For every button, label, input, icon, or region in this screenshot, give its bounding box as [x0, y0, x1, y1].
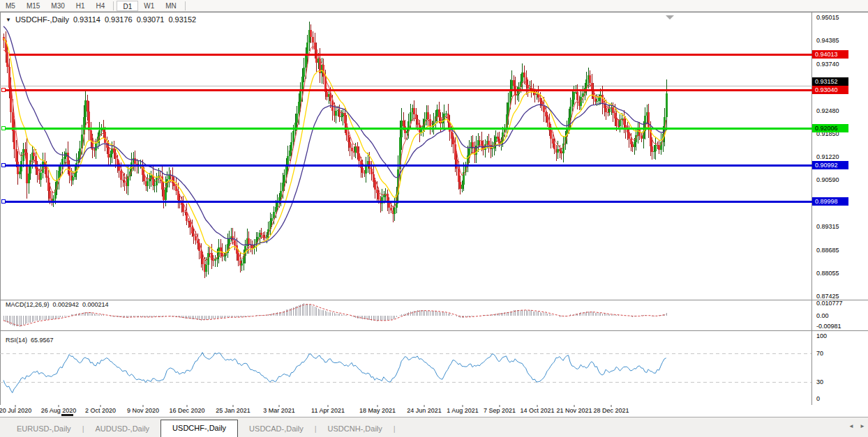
date-label: 7 Sep 2021	[484, 407, 516, 414]
rsi-label: RSI(14) 65.9567	[6, 337, 54, 344]
scroll-tabs-right-icon[interactable]: ►	[860, 423, 865, 429]
price-tick: 0.91220	[816, 153, 865, 160]
macd-value: 0.002942	[53, 301, 80, 308]
toolbar-separator	[113, 1, 114, 10]
timeframe-toolbar: M5M15M30H1H4D1W1MN	[0, 0, 868, 12]
timeframe-button-w1[interactable]: W1	[138, 1, 160, 11]
current-price-badge: 0.93152	[812, 77, 848, 86]
rsi-scale-tick: 30	[816, 378, 865, 385]
mt4-window: M5M15M30H1H4D1W1MN ▼ USDCHF-,Daily 0.931…	[0, 0, 868, 437]
timeframe-button-d1[interactable]: D1	[117, 1, 138, 11]
price-tick: 0.88685	[816, 247, 865, 254]
macd-name: MACD(12,26,9)	[6, 301, 50, 308]
level-badge: 0.92006	[812, 124, 848, 132]
chart-tab-bar: EURUSD-,Daily|AUDUSD-,DailyUSDCHF-,Daily…	[0, 417, 868, 437]
ohlc-low: 0.93071	[137, 15, 165, 24]
date-label: 26 Aug 2020	[41, 407, 77, 414]
macd-scale-tick: 0.010777	[816, 300, 865, 307]
timeframe-button-m15[interactable]: M15	[21, 1, 45, 11]
h-scrollbar-thumb[interactable]	[61, 414, 73, 416]
tab-usdchf-daily[interactable]: USDCHF-,Daily	[160, 420, 238, 437]
tab-usdcad-daily[interactable]: USDCAD-,Daily	[238, 422, 315, 437]
price-tick: 0.93740	[816, 61, 865, 68]
tab-separator: |	[394, 422, 396, 437]
ohlc-high: 0.93176	[105, 15, 133, 24]
date-label: 3 Mar 2021	[263, 407, 295, 414]
rsi-scale-tick: 70	[816, 350, 865, 357]
timeframe-button-m30[interactable]: M30	[45, 1, 70, 11]
timeframe-button-h1[interactable]: H1	[70, 1, 91, 11]
date-label: 16 Dec 2020	[169, 407, 204, 414]
macd-signal-value: 0.000214	[82, 301, 109, 308]
timeframe-button-h4[interactable]: H4	[91, 1, 111, 11]
rsi-scale-tick: 0	[816, 395, 865, 402]
date-label: 11 Apr 2021	[311, 407, 345, 414]
price-tick: 0.87425	[816, 293, 865, 300]
date-label: 20 Jul 2020	[0, 407, 31, 414]
date-label: 28 Dec 2021	[593, 407, 629, 414]
date-label: 21 Nov 2021	[556, 407, 592, 414]
macd-scale-tick: 0.00	[816, 312, 865, 319]
level-badge: 0.93040	[812, 86, 848, 94]
tab-eurusd-daily[interactable]: EURUSD-,Daily	[6, 422, 82, 437]
date-label: 2 Oct 2020	[85, 407, 116, 414]
chart-title: ▼ USDCHF-,Daily 0.93114 0.93176 0.93071 …	[6, 15, 196, 24]
tab-audusd-daily[interactable]: AUDUSD-,Daily	[84, 422, 160, 437]
date-label: 1 Aug 2021	[447, 407, 479, 414]
price-tick: 0.89315	[816, 223, 865, 230]
macd-label: MACD(12,26,9) 0.002942 0.000214	[6, 301, 109, 308]
ohlc-close: 0.93152	[168, 15, 196, 24]
level-badge: 0.90992	[812, 161, 848, 169]
level-badge: 0.89998	[812, 197, 848, 206]
date-label: 24 Jun 2021	[407, 407, 442, 414]
toolbar-separator	[185, 1, 186, 10]
level-badge: 0.94013	[812, 50, 848, 59]
date-label: 14 Oct 2021	[520, 407, 554, 414]
price-tick: 0.94385	[816, 37, 865, 44]
date-label: 18 May 2021	[359, 407, 396, 414]
timeframe-button-m5[interactable]: M5	[0, 1, 21, 11]
rsi-name: RSI(14)	[6, 337, 27, 344]
price-tick: 0.95015	[816, 14, 865, 21]
macd-scale-tick: -0.00981	[816, 323, 865, 330]
timeframe-button-mn[interactable]: MN	[160, 1, 182, 11]
price-tick: 0.92480	[816, 107, 865, 114]
price-tick: 0.90590	[816, 176, 865, 183]
tab-usdcnh-daily[interactable]: USDCNH-,Daily	[317, 422, 394, 437]
scroll-tabs-left-icon[interactable]: ◄	[848, 423, 854, 429]
chart-canvas[interactable]	[0, 12, 868, 405]
chart-menu-icon[interactable]: ▼	[6, 17, 11, 23]
date-label: 25 Jan 2021	[216, 407, 250, 414]
date-label: 9 Nov 2020	[127, 407, 159, 414]
chart-symbol-label: USDCHF-,Daily	[15, 15, 69, 24]
rsi-value: 65.9567	[31, 337, 54, 344]
rsi-scale-tick: 100	[816, 332, 865, 339]
price-tick: 0.88055	[816, 270, 865, 277]
ohlc-open: 0.93114	[73, 15, 100, 24]
